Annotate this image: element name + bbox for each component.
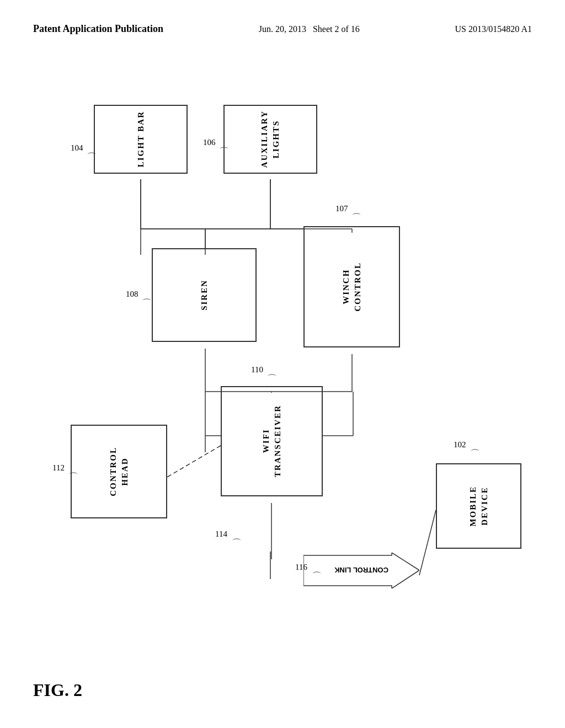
auxiliary-lights-label: AUXILIARYLIGHTS xyxy=(259,110,282,168)
figure-label: FIG. 2 xyxy=(33,680,82,700)
ref-104-curve: ⌒ xyxy=(87,151,97,164)
ref-106: 106 xyxy=(203,138,216,147)
ref-104: 104 xyxy=(71,143,83,153)
control-head-box: CONTROLHEAD xyxy=(71,425,167,518)
publication-number: US 2013/0154820 A1 xyxy=(455,22,532,36)
winch-control-label: WINCHCONTROL xyxy=(340,262,364,312)
diagram-area: LIGHT BAR 104 ⌒ AUXILIARYLIGHTS 106 ⌒ SI… xyxy=(33,77,532,695)
ref-107: 107 xyxy=(335,204,348,213)
control-head-label: CONTROLHEAD xyxy=(108,447,131,496)
ref-110: 110 xyxy=(251,365,263,374)
ref-116-curve: ⌒ xyxy=(312,570,322,583)
ref-112-curve: ⌒ xyxy=(68,470,78,484)
ref-116: 116 xyxy=(295,563,307,572)
svg-line-26 xyxy=(419,510,436,575)
page-header: Patent Application Publication Jun. 20, … xyxy=(0,22,565,36)
mobile-device-box: MOBILEDEVICE xyxy=(436,463,521,549)
svg-text:CONTROL LINK: CONTROL LINK xyxy=(334,566,388,574)
wifi-transceiver-label: WIFITRANSCEIVER xyxy=(260,405,284,477)
ref-102-curve: ⌒ xyxy=(470,447,480,461)
publication-title: Patent Application Publication xyxy=(33,22,163,36)
ref-106-curve: ⌒ xyxy=(219,145,229,158)
winch-control-box: WINCHCONTROL xyxy=(303,226,400,347)
ref-107-curve: ⌒ xyxy=(351,211,361,224)
mobile-device-label: MOBILEDEVICE xyxy=(467,486,491,527)
light-bar-label: LIGHT BAR xyxy=(135,111,147,167)
wifi-transceiver-box: WIFITRANSCEIVER xyxy=(221,386,323,496)
siren-box: SIREN xyxy=(152,248,257,342)
ref-108-curve: ⌒ xyxy=(142,297,152,310)
publication-date-sheet: Jun. 20, 2013 Sheet 2 of 16 xyxy=(259,22,360,36)
ref-110-curve: ⌒ xyxy=(267,372,277,386)
ref-114-curve: ⌒ xyxy=(232,537,242,550)
ref-108: 108 xyxy=(126,290,138,299)
auxiliary-lights-box: AUXILIARYLIGHTS xyxy=(223,105,317,174)
ref-112: 112 xyxy=(52,463,65,473)
ref-102: 102 xyxy=(454,440,466,449)
ref-114: 114 xyxy=(215,529,227,539)
siren-label: SIREN xyxy=(199,280,210,311)
light-bar-box: LIGHT BAR xyxy=(94,105,188,174)
svg-line-24 xyxy=(167,446,221,477)
